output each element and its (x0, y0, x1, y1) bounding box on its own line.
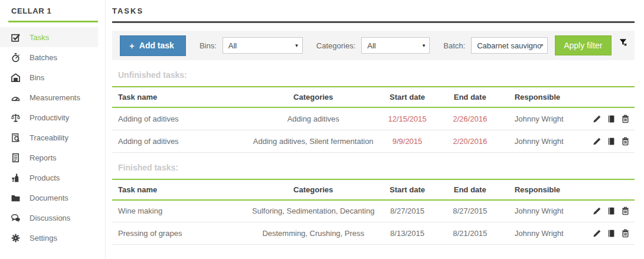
sidebar-item-label: Discussions (30, 214, 70, 222)
bins-dropdown-value: All (228, 41, 237, 50)
sidebar-item-traceability[interactable]: Traceability (0, 127, 98, 147)
start-date-cell: 12/15/2015 (378, 107, 436, 130)
sidebar-item-tasks[interactable]: Tasks (0, 27, 98, 47)
sidebar-item-products[interactable]: Products (0, 168, 98, 188)
end-date-cell: 2/20/2016 (436, 130, 504, 152)
sidebar-item-label: Measurements (30, 93, 80, 102)
bins-dropdown[interactable]: All ▾ (223, 37, 303, 54)
categories-filter-label: Categories: (316, 41, 355, 50)
column-header-start-date: Start date (378, 87, 436, 107)
chevron-down-icon: ▾ (541, 42, 543, 48)
edit-icon[interactable] (593, 229, 601, 238)
copy-icon[interactable] (607, 229, 616, 238)
delete-icon[interactable] (621, 114, 630, 123)
chevron-down-icon: ▾ (423, 42, 426, 48)
start-date-cell: 8/27/2015 (378, 200, 436, 222)
products-icon (11, 173, 21, 183)
column-header-start-date: Start date (378, 179, 436, 200)
column-header-task-name: Task name (112, 179, 248, 200)
reports-icon (11, 153, 21, 163)
finished-tasks-table: Task name Categories Start date End date… (112, 179, 635, 245)
bins-icon (11, 73, 21, 83)
sidebar-item-productivity[interactable]: Productivity (0, 107, 98, 127)
column-header-categories: Categories (248, 87, 378, 107)
batch-filter-label: Batch: (443, 41, 465, 50)
end-date-cell: 8/21/2015 (436, 222, 504, 245)
categories-cell: Adding aditives, Silent fermentation (248, 130, 378, 152)
sidebar-accent-rule (8, 21, 98, 22)
copy-icon[interactable] (607, 137, 616, 146)
measurements-icon (11, 93, 21, 103)
task-name-cell: Adding of aditives (112, 130, 248, 152)
categories-cell: Destemming, Crushing, Press (248, 222, 378, 245)
unfinished-tasks-table: Task name Categories Start date End date… (112, 86, 635, 153)
table-row: Adding of aditives Adding aditives 12/15… (112, 107, 635, 130)
sidebar: CELLAR 1 Tasks Batches Bins Measurements (0, 0, 106, 259)
sidebar-item-label: Traceability (30, 133, 68, 142)
responsible-cell: Johnny Wright (504, 222, 588, 245)
sidebar-item-label: Reports (30, 153, 57, 162)
table-header-row: Task name Categories Start date End date… (112, 179, 635, 200)
apply-filter-button[interactable]: Apply filter (555, 35, 611, 55)
section-title-unfinished: Unfinished tasks: (118, 70, 635, 80)
add-task-button[interactable]: + Add task (120, 35, 186, 56)
start-date-cell: 8/13/2015 (378, 222, 436, 245)
task-name-cell: Wine making (112, 200, 248, 222)
page-title: TASKS (112, 6, 635, 15)
sidebar-item-discussions[interactable]: Discussions (0, 208, 98, 228)
sidebar-item-label: Tasks (30, 33, 49, 42)
column-header-actions (587, 87, 635, 107)
sidebar-item-label: Bins (30, 73, 44, 82)
delete-icon[interactable] (621, 206, 630, 215)
end-date-cell: 8/27/2015 (436, 200, 504, 222)
delete-icon[interactable] (621, 137, 630, 146)
categories-dropdown-value: All (367, 41, 375, 50)
settings-icon (11, 233, 21, 243)
column-header-responsible: Responsible (504, 179, 588, 200)
edit-icon[interactable] (593, 137, 601, 146)
title-rule (112, 21, 635, 23)
sidebar-item-label: Batches (30, 53, 57, 62)
table-row: Wine making Sulforing, Sedimentation, De… (112, 200, 635, 222)
sidebar-item-label: Documents (30, 194, 68, 202)
categories-cell: Sulforing, Sedimentation, Decanting (248, 200, 378, 222)
column-header-responsible: Responsible (504, 87, 588, 107)
batch-select[interactable]: Cabarnet sauvigno ▾ (471, 37, 548, 54)
table-header-row: Task name Categories Start date End date… (112, 87, 635, 107)
copy-icon[interactable] (607, 114, 616, 123)
filter-toolbar: + Add task Bins: All ▾ Categories: All ▾… (112, 31, 635, 60)
funnel-x-icon[interactable] (619, 38, 627, 53)
responsible-cell: Johnny Wright (504, 107, 588, 130)
sidebar-item-reports[interactable]: Reports (0, 147, 98, 168)
chevron-down-icon: ▾ (295, 42, 298, 48)
productivity-icon (11, 113, 21, 123)
column-header-actions (587, 179, 635, 200)
main-content: TASKS + Add task Bins: All ▾ Categories:… (112, 0, 635, 245)
sidebar-item-measurements[interactable]: Measurements (0, 87, 98, 107)
discussions-icon (11, 213, 21, 223)
sidebar-item-batches[interactable]: Batches (0, 47, 98, 67)
tasks-icon (11, 32, 21, 42)
bins-filter-label: Bins: (200, 41, 217, 50)
sidebar-item-label: Productivity (30, 113, 69, 122)
column-header-end-date: End date (436, 179, 504, 200)
copy-icon[interactable] (607, 206, 616, 215)
edit-icon[interactable] (593, 206, 601, 215)
column-header-categories: Categories (248, 179, 378, 200)
cellar-title: CELLAR 1 (11, 6, 105, 15)
edit-icon[interactable] (593, 114, 601, 123)
sidebar-item-documents[interactable]: Documents (0, 188, 98, 208)
task-name-cell: Pressing of grapes (112, 222, 248, 245)
categories-dropdown[interactable]: All ▾ (361, 37, 430, 54)
add-task-label: Add task (139, 41, 174, 50)
column-header-task-name: Task name (112, 87, 248, 107)
traceability-icon (11, 133, 21, 143)
plus-icon: + (129, 41, 135, 51)
delete-icon[interactable] (621, 229, 630, 238)
column-header-end-date: End date (436, 87, 504, 107)
documents-icon (11, 193, 21, 203)
sidebar-item-bins[interactable]: Bins (0, 67, 98, 87)
sidebar-item-settings[interactable]: Settings (0, 228, 98, 248)
responsible-cell: Johnny Wright (504, 200, 588, 222)
end-date-cell: 2/26/2016 (436, 107, 504, 130)
